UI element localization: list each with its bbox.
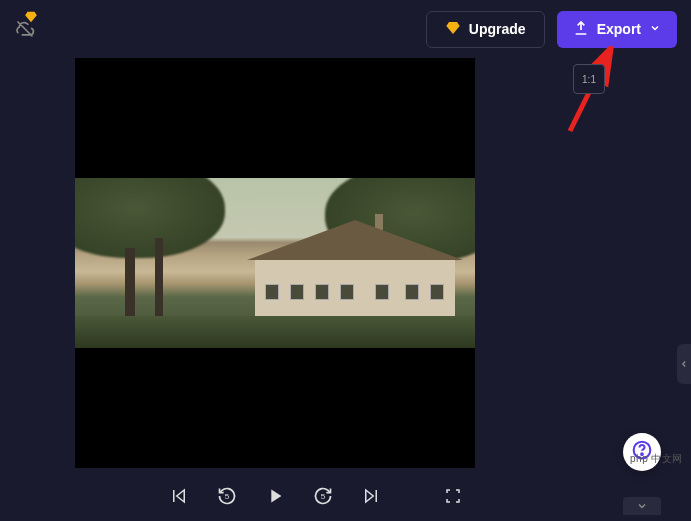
chevron-left-icon [679, 359, 689, 369]
play-button[interactable] [263, 484, 287, 508]
aspect-ratio-button[interactable]: 1:1 [573, 64, 605, 94]
aspect-label: 1:1 [582, 74, 596, 85]
upgrade-label: Upgrade [469, 21, 526, 37]
fullscreen-button[interactable] [441, 484, 465, 508]
export-button[interactable]: Export [557, 11, 677, 48]
rewind-5-button[interactable]: 5 [215, 484, 239, 508]
diamond-icon [24, 10, 38, 24]
skip-prev-button[interactable] [167, 484, 191, 508]
header: Upgrade Export [0, 0, 691, 58]
export-label: Export [597, 21, 641, 37]
forward-5-button[interactable]: 5 [311, 484, 335, 508]
header-right: Upgrade Export [426, 11, 677, 48]
playback-controls: 5 5 [75, 468, 475, 521]
header-left [14, 18, 36, 40]
chevron-down-icon [636, 500, 648, 512]
video-thumbnail [75, 178, 475, 348]
panel-expand-button[interactable] [623, 497, 661, 515]
preview-panel: 5 5 [75, 58, 475, 521]
right-edge-tab[interactable] [677, 344, 691, 384]
upload-icon [573, 20, 589, 39]
diamond-icon [445, 20, 461, 39]
video-frame[interactable] [75, 58, 475, 468]
skip-next-button[interactable] [359, 484, 383, 508]
upgrade-button[interactable]: Upgrade [426, 11, 545, 48]
watermark: php 中文网 [630, 452, 683, 466]
house-graphic [255, 230, 455, 320]
chevron-down-icon [649, 21, 661, 37]
main-area: 5 5 1:1 [0, 58, 691, 521]
